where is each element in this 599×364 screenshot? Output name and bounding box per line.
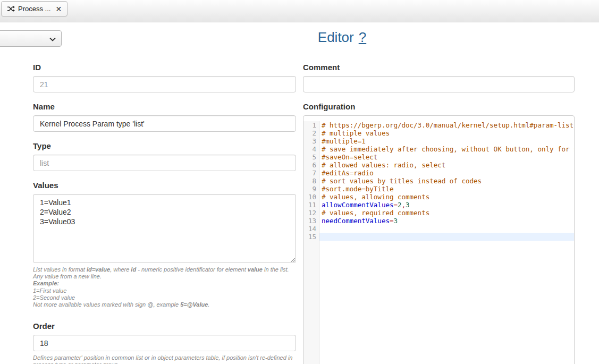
id-field — [33, 76, 296, 92]
name-field[interactable] — [33, 115, 296, 132]
tab-process[interactable]: Process ... ✕ — [1, 1, 68, 16]
form-left-column: ID Name Type Values 1=Value1 2=Value2 3=… — [33, 63, 296, 364]
comment-field[interactable] — [303, 76, 575, 92]
configuration-label: Configuration — [303, 102, 575, 111]
code-line: # https://bgerp.org/doc/3.0/manual/kerne… — [319, 121, 574, 129]
values-help-text: List values in format id=value, where id… — [33, 266, 296, 308]
help-link[interactable]: ? — [359, 29, 366, 45]
tab-bar: Process ... ✕ — [0, 0, 599, 22]
id-label: ID — [33, 63, 296, 72]
code-line: # values, allowing comments — [319, 193, 574, 201]
code-line: #multiple=1 — [319, 137, 574, 145]
code-line — [319, 225, 574, 233]
order-label: Order — [33, 321, 296, 331]
name-label: Name — [33, 102, 296, 111]
line-number-gutter: 123456789101112131415 — [303, 121, 319, 364]
order-help-text: Defines parameter' position in common li… — [33, 354, 296, 364]
code-line: #sort.mode=byTitle — [319, 185, 574, 193]
code-line — [319, 233, 574, 241]
shuffle-icon — [7, 5, 15, 12]
line-number: 10 — [303, 193, 319, 201]
page-title: Editor — [318, 29, 354, 45]
line-number: 5 — [303, 153, 319, 161]
line-number: 7 — [303, 169, 319, 177]
line-number: 4 — [303, 145, 319, 153]
values-label: Values — [33, 181, 296, 190]
line-number: 12 — [303, 209, 319, 217]
code-line: # multiple values — [319, 129, 574, 137]
line-number: 2 — [303, 129, 319, 137]
code-line: allowCommentValues=2,3 — [319, 201, 574, 209]
code-line: needCommentValues=3 — [319, 217, 574, 225]
values-textarea[interactable]: 1=Value1 2=Value2 3=Value03 — [33, 194, 296, 263]
line-number: 8 — [303, 177, 319, 185]
type-label: Type — [33, 141, 296, 150]
code-line: #saveOn=select — [319, 153, 574, 161]
type-field — [33, 155, 296, 171]
close-icon[interactable]: ✕ — [54, 5, 62, 13]
code-line: # save immediately after choosing, witho… — [319, 145, 574, 153]
configuration-editor[interactable]: 123456789101112131415 # https://bgerp.or… — [303, 115, 575, 364]
line-number: 1 — [303, 121, 319, 129]
line-number: 15 — [303, 233, 319, 241]
form-right-column: Comment Configuration 123456789101112131… — [303, 63, 575, 364]
code-line: # sort values by titles instead of codes — [319, 177, 574, 185]
line-number: 9 — [303, 185, 319, 193]
line-number: 13 — [303, 217, 319, 225]
comment-label: Comment — [303, 63, 575, 72]
code-line: # allowed values: radio, select — [319, 161, 574, 169]
code-line: #editAs=radio — [319, 169, 574, 177]
line-number: 14 — [303, 225, 319, 233]
line-number: 11 — [303, 201, 319, 209]
order-field[interactable] — [33, 335, 296, 351]
page-title-row: Editor? — [0, 29, 599, 46]
line-number: 6 — [303, 161, 319, 169]
code-line: # values, required comments — [319, 209, 574, 217]
line-number: 3 — [303, 137, 319, 145]
tab-label: Process ... — [18, 5, 50, 13]
code-area: # https://bgerp.org/doc/3.0/manual/kerne… — [319, 121, 574, 364]
